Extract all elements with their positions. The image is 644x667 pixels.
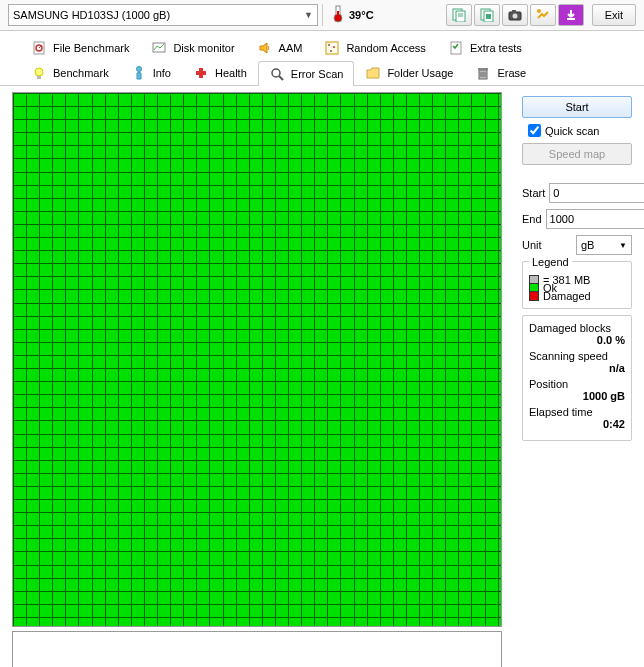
download-button[interactable]	[558, 4, 584, 26]
svg-rect-9	[486, 14, 491, 19]
start-spinner[interactable]: ▲▼	[549, 183, 644, 203]
log-box	[12, 631, 502, 667]
legend-box: Legend = 381 MB Ok Damaged	[522, 261, 632, 309]
end-field-label: End	[522, 213, 542, 225]
temperature-value: 39°C	[349, 9, 374, 21]
health-icon	[193, 65, 209, 81]
end-input[interactable]	[547, 210, 644, 228]
copy-text-button[interactable]	[446, 4, 472, 26]
svg-line-30	[279, 76, 283, 80]
svg-point-22	[330, 50, 332, 52]
unit-selector[interactable]: gB▼	[576, 235, 632, 255]
tab-label: Disk monitor	[173, 42, 234, 54]
svg-rect-19	[326, 42, 338, 54]
start-row: Start ▲▼	[522, 183, 632, 203]
svg-point-20	[328, 44, 330, 46]
end-spinner[interactable]: ▲▼	[546, 209, 644, 229]
svg-rect-28	[196, 71, 206, 75]
drive-label: SAMSUNG HD103SJ (1000 gB)	[13, 9, 170, 21]
top-toolbar: SAMSUNG HD103SJ (1000 gB) ▼ 39°C Exit	[0, 0, 644, 31]
position-value: 1000 gB	[529, 390, 625, 402]
bulb-icon	[31, 65, 47, 81]
svg-point-11	[512, 14, 517, 19]
tab-info[interactable]: Info	[120, 60, 182, 85]
scanning-speed-label: Scanning speed	[529, 350, 625, 362]
damaged-swatch-icon	[529, 291, 539, 301]
tab-bar: File Benchmark Disk monitor AAM Random A…	[0, 31, 644, 86]
right-panel: Start Quick scan Speed map Start ▲▼ End …	[522, 92, 632, 667]
unit-value: gB	[581, 239, 594, 251]
tab-label: Info	[153, 67, 171, 79]
chevron-down-icon: ▼	[619, 241, 627, 250]
legend-damaged-label: Damaged	[543, 290, 591, 302]
start-button[interactable]: Start	[522, 96, 632, 118]
tab-disk-monitor[interactable]: Disk monitor	[140, 35, 245, 60]
screenshot-button[interactable]	[502, 4, 528, 26]
svg-rect-23	[451, 42, 461, 54]
tab-label: Error Scan	[291, 68, 344, 80]
copy-data-button[interactable]	[474, 4, 500, 26]
tab-error-scan[interactable]: Error Scan	[258, 61, 355, 86]
tab-erase[interactable]: Erase	[464, 60, 537, 85]
temperature-display: 39°C	[322, 4, 382, 26]
folder-icon	[365, 65, 381, 81]
damaged-blocks-value: 0.0 %	[529, 334, 625, 346]
tab-extra-tests[interactable]: Extra tests	[437, 35, 533, 60]
tab-label: Health	[215, 67, 247, 79]
svg-point-26	[136, 67, 141, 72]
stats-box: Damaged blocks 0.0 % Scanning speed n/a …	[522, 315, 632, 441]
unit-label: Unit	[522, 239, 550, 251]
trash-icon	[475, 65, 491, 81]
svg-point-24	[35, 68, 43, 76]
scan-grid	[12, 92, 502, 627]
random-icon	[324, 40, 340, 56]
file-benchmark-icon	[31, 40, 47, 56]
tab-aam[interactable]: AAM	[246, 35, 314, 60]
quick-scan-checkbox[interactable]: Quick scan	[528, 124, 632, 137]
magnifier-icon	[269, 66, 285, 82]
tab-label: Erase	[497, 67, 526, 79]
elapsed-time-label: Elapsed time	[529, 406, 625, 418]
tab-label: Benchmark	[53, 67, 109, 79]
content-area: Start Quick scan Speed map Start ▲▼ End …	[0, 86, 644, 667]
speed-map-button[interactable]: Speed map	[522, 143, 632, 165]
chevron-down-icon: ▼	[304, 10, 313, 20]
monitor-icon	[151, 40, 167, 56]
tab-benchmark[interactable]: Benchmark	[20, 60, 120, 85]
tab-label: AAM	[279, 42, 303, 54]
speaker-icon	[257, 40, 273, 56]
svg-point-13	[537, 9, 541, 13]
options-button[interactable]	[530, 4, 556, 26]
tab-file-benchmark[interactable]: File Benchmark	[20, 35, 140, 60]
toolbar-buttons	[446, 4, 584, 26]
checklist-icon	[448, 40, 464, 56]
scanning-speed-value: n/a	[529, 362, 625, 374]
tab-folder-usage[interactable]: Folder Usage	[354, 60, 464, 85]
quick-scan-label: Quick scan	[545, 125, 599, 137]
drive-selector[interactable]: SAMSUNG HD103SJ (1000 gB) ▼	[8, 4, 318, 26]
svg-rect-32	[478, 68, 488, 70]
svg-rect-12	[512, 10, 516, 13]
start-field-label: Start	[522, 187, 545, 199]
left-panel	[12, 92, 514, 667]
start-input[interactable]	[550, 184, 644, 202]
unit-row: Unit gB▼	[522, 235, 632, 255]
tab-label: Folder Usage	[387, 67, 453, 79]
position-label: Position	[529, 378, 625, 390]
legend-damaged: Damaged	[529, 290, 625, 302]
svg-rect-2	[337, 11, 339, 18]
quick-scan-input[interactable]	[528, 124, 541, 137]
legend-title: Legend	[529, 256, 572, 268]
damaged-blocks-label: Damaged blocks	[529, 322, 625, 334]
thermometer-icon	[331, 5, 345, 25]
svg-point-29	[272, 69, 280, 77]
info-icon	[131, 65, 147, 81]
tab-label: Extra tests	[470, 42, 522, 54]
svg-point-21	[333, 46, 335, 48]
elapsed-time-value: 0:42	[529, 418, 625, 430]
tab-health[interactable]: Health	[182, 60, 258, 85]
exit-button[interactable]: Exit	[592, 4, 636, 26]
svg-rect-25	[37, 76, 41, 79]
tab-label: File Benchmark	[53, 42, 129, 54]
tab-random-access[interactable]: Random Access	[313, 35, 436, 60]
